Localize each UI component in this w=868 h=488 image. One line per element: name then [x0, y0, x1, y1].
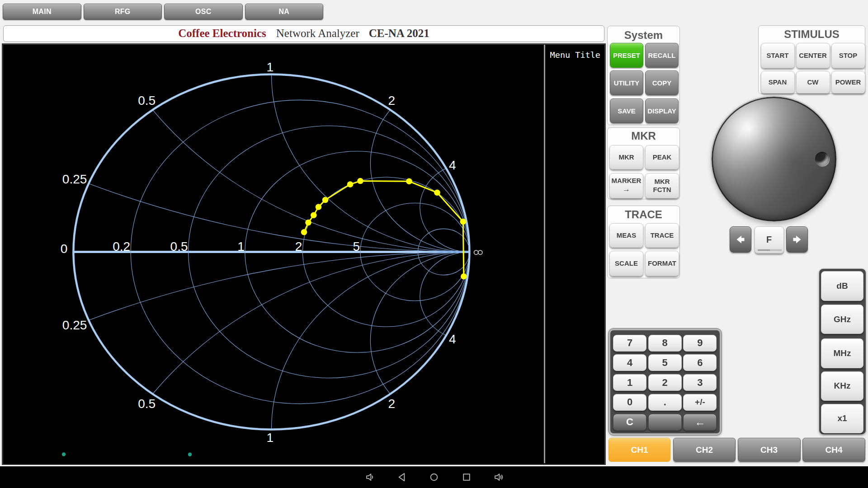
key-7[interactable]: 7: [613, 335, 646, 352]
scale-button[interactable]: SCALE: [609, 251, 643, 276]
f-key[interactable]: F: [755, 226, 784, 253]
model-number: CE-NA 2021: [369, 27, 429, 40]
ch1-label: CH1: [631, 445, 648, 455]
mkr-button[interactable]: MKR: [609, 145, 643, 169]
format-label: FORMAT: [648, 259, 676, 267]
tab-osc[interactable]: OSC: [164, 4, 243, 20]
svg-text:0: 0: [61, 242, 68, 256]
key-decimal[interactable]: .: [648, 394, 682, 411]
key-9[interactable]: 9: [683, 335, 717, 352]
save-label: SAVE: [618, 107, 636, 115]
copy-button[interactable]: COPY: [645, 70, 679, 95]
svg-text:0.25: 0.25: [62, 172, 87, 186]
key-5-label: 5: [662, 357, 668, 369]
ch1-button[interactable]: CH1: [609, 438, 670, 462]
key-8[interactable]: 8: [648, 335, 682, 352]
step-right-button[interactable]: [786, 226, 808, 253]
key-clear[interactable]: C: [613, 414, 646, 431]
display-label: DISPLAY: [647, 107, 676, 115]
peak-button[interactable]: PEAK: [645, 145, 679, 169]
key-plusminus[interactable]: +/-: [683, 394, 717, 411]
tab-main[interactable]: MAIN: [3, 4, 81, 20]
product-name: Network Analyzer: [276, 27, 359, 40]
span-label: SPAN: [769, 78, 787, 86]
tab-rfg-label: RFG: [115, 8, 131, 16]
key-backspace-label: ←: [694, 416, 705, 428]
copy-label: COPY: [652, 79, 672, 87]
stop-button[interactable]: STOP: [831, 43, 865, 69]
tab-na[interactable]: NA: [245, 4, 324, 20]
trace-dot: [347, 181, 354, 188]
trace-dot: [322, 197, 329, 203]
power-button[interactable]: POWER: [831, 71, 865, 94]
key-8-label: 8: [662, 337, 668, 349]
meas-button[interactable]: MEAS: [609, 223, 643, 248]
key-0[interactable]: 0: [613, 394, 646, 411]
center-button[interactable]: CENTER: [796, 43, 830, 69]
key-7-label: 7: [627, 337, 632, 349]
khz-label: KHz: [834, 381, 851, 391]
ch2-button[interactable]: CH2: [673, 438, 736, 462]
trace-panel-title: TRACE: [608, 208, 679, 221]
stimulus-panel: STIMULUS START CENTER STOP SPAN CW POWER: [758, 25, 865, 94]
svg-text:0.25: 0.25: [62, 318, 87, 332]
trace-dot: [301, 229, 307, 235]
tab-rfg[interactable]: RFG: [84, 4, 162, 20]
ch4-button[interactable]: CH4: [802, 438, 865, 462]
mkr-fctn-button[interactable]: MKRFCTN: [645, 173, 679, 198]
format-button[interactable]: FORMAT: [645, 251, 679, 276]
mhz-button[interactable]: MHz: [821, 338, 863, 368]
key-3-label: 3: [697, 377, 703, 389]
preset-button[interactable]: PRESET: [610, 43, 643, 68]
svg-text:1: 1: [267, 431, 274, 445]
back-icon[interactable]: [396, 472, 407, 483]
utility-label: UTILITY: [614, 79, 640, 87]
key-4[interactable]: 4: [613, 354, 646, 371]
key-5[interactable]: 5: [648, 354, 682, 371]
title-bar: Coffee Electronics Network Analyzer CE-N…: [3, 25, 604, 42]
ch3-button[interactable]: CH3: [738, 438, 801, 462]
key-2[interactable]: 2: [648, 374, 682, 391]
svg-text:0.5: 0.5: [138, 94, 156, 108]
menu-divider: [544, 45, 545, 463]
volume-up-icon[interactable]: [494, 472, 505, 483]
home-icon[interactable]: [429, 472, 439, 483]
recents-icon[interactable]: [461, 472, 472, 483]
peak-label: PEAK: [653, 153, 672, 161]
svg-text:1: 1: [237, 239, 245, 253]
key-6[interactable]: 6: [683, 354, 717, 371]
start-button[interactable]: START: [761, 43, 795, 69]
key-clear-label: C: [626, 416, 633, 428]
step-left-button[interactable]: [730, 226, 751, 253]
utility-button[interactable]: UTILITY: [610, 70, 643, 95]
ghz-button[interactable]: GHz: [821, 305, 863, 334]
preset-label: PRESET: [613, 52, 640, 60]
key-1[interactable]: 1: [613, 374, 646, 391]
marker-to-button[interactable]: MARKER→: [609, 173, 643, 198]
key-1-label: 1: [627, 377, 632, 389]
system-panel-title: System: [608, 29, 679, 42]
key-3[interactable]: 3: [683, 374, 717, 391]
recall-button[interactable]: RECALL: [645, 43, 679, 68]
cw-button[interactable]: CW: [796, 71, 830, 94]
db-button[interactable]: dB: [821, 271, 863, 301]
display-button[interactable]: DISPLAY: [645, 99, 679, 123]
trace-dot: [305, 220, 311, 226]
span-button[interactable]: SPAN: [761, 71, 795, 94]
x1-button[interactable]: x1: [821, 404, 863, 434]
khz-button[interactable]: KHz: [821, 371, 863, 401]
save-button[interactable]: SAVE: [610, 99, 643, 123]
key-backspace[interactable]: ←: [683, 414, 717, 431]
volume-down-icon[interactable]: [365, 472, 376, 483]
trace-button[interactable]: TRACE: [645, 223, 679, 248]
mkr-panel: MKR MKR PEAK MARKER→ MKRFCTN: [607, 127, 680, 200]
key-blank[interactable]: [648, 414, 682, 431]
rotary-knob[interactable]: [712, 97, 836, 221]
f-key-label: F: [766, 235, 772, 245]
mhz-label: MHz: [833, 348, 851, 358]
ch2-label: CH2: [696, 445, 713, 455]
arrow-right-icon: [793, 235, 802, 244]
units-panel: dB GHz MHz KHz x1: [819, 268, 867, 435]
start-label: START: [767, 52, 789, 60]
key-decimal-label: .: [664, 396, 666, 408]
